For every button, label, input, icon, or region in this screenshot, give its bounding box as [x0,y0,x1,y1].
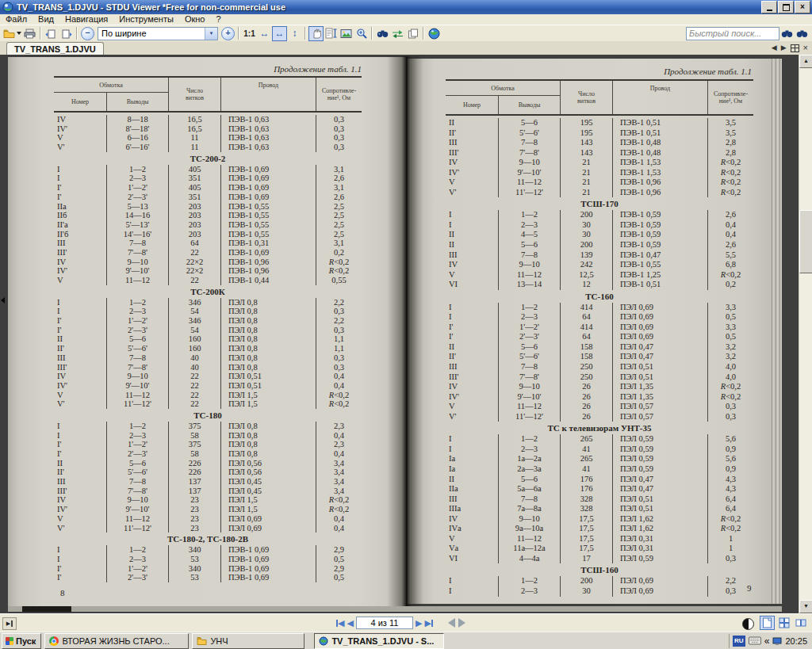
cell-wire: ПЭВ-1 1,53 [612,158,707,168]
cell-turns: 58 [168,449,220,459]
first-page-button[interactable]: ◀ [336,617,344,629]
previous-page-button[interactable]: ◀ [347,617,353,629]
brightness-contrast-icon[interactable] [742,618,754,630]
taskbar-clock[interactable]: 20:25 [785,636,807,646]
next-page-button[interactable]: ▶ [416,617,422,629]
quick-search-input[interactable] [686,27,779,40]
table-row: I1—2200ПЭВ-1 0,592,6 [446,210,753,220]
close-button[interactable]: × [795,1,810,13]
rotate-left-button[interactable] [44,26,59,41]
layout-continuous-button[interactable] [776,616,791,630]
find-next-button[interactable] [795,26,810,41]
taskbar-item-folder[interactable]: УНЧ [192,633,304,649]
tab-close-icon[interactable]: × [803,44,808,52]
menu-item-window[interactable]: Окно [179,14,211,25]
cell-wire: ПЭЛ 0,8 [220,353,316,363]
table-row: I'2'—3'351ПЭВ-1 0,692,6 [54,193,362,202]
cell-turns: 26 [560,382,612,392]
tab-list-icon[interactable] [791,44,799,52]
document-canvas[interactable]: Продолжение табл. 1.1 Обмотка Номер Выво… [0,55,812,613]
page-indicator-input[interactable] [356,617,413,629]
tray-icon[interactable] [772,636,782,646]
cell-number: II [446,118,498,128]
zoom-out-button[interactable]: − [80,26,95,41]
cell-resistance: 2,6 [707,210,753,220]
zoom-in-button[interactable]: + [220,26,236,41]
cell-turns: 203 [168,220,220,230]
cell-turns: 176 [560,484,612,494]
image-select-tool-button[interactable] [339,26,354,41]
cell-leads: 2—3 [106,431,168,441]
history-forward-icon[interactable] [458,618,465,628]
history-back-icon[interactable] [448,618,455,628]
cell-number: II'б [54,230,106,239]
zoom-mode-select[interactable]: По ширине ▼ [98,27,218,40]
tab-scroll-right-icon[interactable]: ▶ [781,44,787,52]
scroll-down-button[interactable]: ▼ [799,600,812,613]
find-prev-button[interactable] [779,26,795,41]
minimize-button[interactable] [761,1,777,13]
menu-item-file[interactable]: Файл [0,14,33,25]
hand-icon [311,28,322,39]
keyboard-icon[interactable] [749,636,761,645]
search-button[interactable] [375,26,390,41]
cell-leads: 7а—8а [498,504,560,514]
scrollbar-thumb[interactable] [799,210,812,273]
menu-item-help[interactable]: ? [210,14,226,25]
cell-number: V [446,402,498,412]
layout-single-page-button[interactable] [760,616,775,630]
table-row: III'7'—8'40ПЭЛ 0,80,3 [54,363,362,372]
open-file-button[interactable] [2,26,22,41]
cell-turns: 250 [560,372,612,383]
zoom-region-tool-button[interactable] [354,26,369,41]
hand-tool-button[interactable] [308,26,324,41]
fit-page-button[interactable]: ↔ [272,26,287,41]
tab-scroll-left-icon[interactable]: ◀ [772,44,777,52]
document-tab[interactable]: TV_TRANS_1.DJVU [6,42,104,55]
cell-wire: ПЭЛ 0,8 [220,440,316,449]
cell-turns: 22 [168,381,220,391]
last-page-button[interactable]: ▶ [424,617,432,629]
cell-resistance: 5,6 [707,454,753,464]
actual-size-button[interactable]: 1:1 [242,26,257,41]
print-button[interactable] [22,26,37,41]
scroll-up-button[interactable]: ▲ [799,55,812,68]
tray-collapse-icon[interactable]: « [764,636,770,646]
cell-resistance: R<0,2 [316,391,362,400]
menu-item-navigation[interactable]: Навигация [59,14,113,25]
cell-number: I' [54,316,106,326]
cell-turns: 21 [560,158,612,168]
cell-wire: ПЭЛ 0,59 [612,464,707,475]
copy-button[interactable] [405,26,420,41]
layout-facing-pages-button[interactable] [793,616,808,630]
combo-dropdown-icon[interactable]: ▼ [205,28,217,40]
stdu-home-button[interactable] [427,26,442,41]
vertical-scrollbar[interactable]: ▲ ▼ [799,55,812,613]
cell-leads: 7—8 [498,494,560,505]
table-row: I2—341ПЭЛ 0,590,9 [446,445,753,455]
text-select-tool-button[interactable] [324,26,339,41]
cell-leads: 6—16 [106,133,168,143]
cell-turns: 414 [560,303,612,313]
cell-resistance: 2,6 [316,193,362,202]
menu-item-view[interactable]: Вид [33,14,59,25]
menu-item-tools[interactable]: Инструменты [113,14,179,25]
header-resistance: Сопротивле-ние¹, Ом [316,78,362,111]
rotate-right-button[interactable] [59,26,74,41]
cell-number: III [54,477,106,487]
cell-wire: ПЭВ-1 0,55 [220,220,316,230]
table-row: V11—1222ПЭВ-1 0,440,55 [54,276,362,285]
taskbar-item-browser[interactable]: ВТОРАЯ ЖИЗНЬ СТАРО... [44,633,189,649]
fit-width-button[interactable]: ↔ [257,26,272,41]
cell-turns: 26 [560,402,612,412]
cell-number: V [446,534,498,544]
panel-collapse-arrow-icon[interactable] [1,297,5,304]
sidebar-toggle-button[interactable]: ▶ [2,617,17,630]
language-indicator[interactable]: RU [733,636,745,647]
restore-button[interactable] [778,1,794,13]
restore-icon [783,4,790,11]
go-to-page-button[interactable] [390,26,405,41]
fit-height-button[interactable]: ↕ [287,26,302,41]
start-button[interactable]: Пуск [2,633,41,649]
taskbar-item-stdu[interactable]: TV_TRANS_1.DJVU - S... [314,633,444,649]
